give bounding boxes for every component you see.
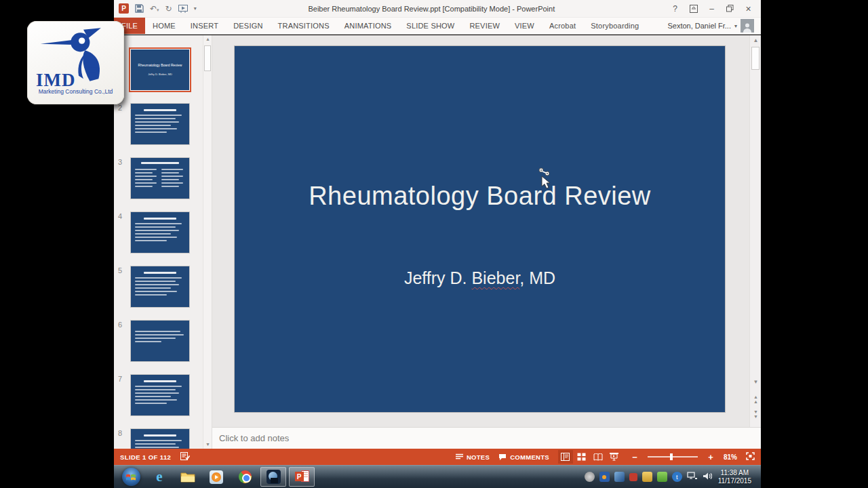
- windows-logo-icon: [126, 473, 136, 481]
- slide-thumbnail[interactable]: 7: [118, 374, 212, 416]
- redo-icon[interactable]: ↻: [165, 5, 172, 13]
- minimize-icon[interactable]: –: [703, 2, 720, 15]
- ribbon-tab[interactable]: SLIDE SHOW: [399, 18, 462, 34]
- slide-thumbnail[interactable]: 5: [118, 266, 212, 308]
- tray-alert-icon[interactable]: [629, 473, 637, 481]
- ribbon-tab[interactable]: Acrobat: [542, 18, 583, 34]
- ribbon-tab[interactable]: Storyboarding: [583, 18, 646, 34]
- slide-thumbnail-preview[interactable]: [130, 157, 190, 199]
- zoom-level[interactable]: 81%: [724, 453, 737, 461]
- clock-time: 11:38 AM: [721, 469, 749, 476]
- tray-update-icon[interactable]: [599, 472, 610, 482]
- next-slide-icon[interactable]: ▼▼: [750, 409, 762, 419]
- slide-thumbnail[interactable]: 3: [118, 157, 212, 199]
- notes-pane[interactable]: Click to add notes: [212, 427, 761, 449]
- tray-green-app-icon[interactable]: [657, 472, 667, 482]
- chevron-down-icon: ▾: [734, 23, 737, 29]
- ribbon-tab[interactable]: ANIMATIONS: [337, 18, 399, 34]
- window-title: Beiber Rheumatology Board Review.ppt [Co…: [197, 5, 667, 13]
- current-slide[interactable]: Rheumatology Board Review Jeffry D. Bieb…: [235, 46, 725, 412]
- scroll-up-icon[interactable]: ▲: [750, 37, 762, 43]
- slide-thumbnail[interactable]: 4: [118, 211, 212, 253]
- slide-thumbnail-preview[interactable]: [130, 428, 190, 449]
- start-slideshow-icon[interactable]: [178, 5, 188, 13]
- ribbon-tab[interactable]: TRANSITIONS: [271, 18, 337, 34]
- slide-sorter-view-button[interactable]: [574, 450, 589, 464]
- zoom-out-button[interactable]: −: [631, 452, 639, 462]
- slide-editing-area[interactable]: Rheumatology Board Review Jeffry D. Bieb…: [212, 35, 761, 427]
- slide-number: 2: [118, 103, 130, 145]
- volume-icon[interactable]: [703, 471, 712, 483]
- clock-date: 11/17/2015: [718, 477, 751, 485]
- slide-thumbnail[interactable]: 1 Rheumatology Board Review Jeffry D. Bi…: [118, 49, 212, 91]
- tray-recorder-icon[interactable]: [585, 472, 595, 482]
- tray-photo-icon[interactable]: [614, 472, 625, 482]
- slide-thumbnail-preview[interactable]: [130, 211, 190, 253]
- slide-thumbnail-preview[interactable]: [130, 374, 190, 416]
- close-icon[interactable]: ×: [740, 2, 757, 15]
- slide-thumbnail-preview[interactable]: [130, 320, 190, 362]
- slide-thumbnail[interactable]: 8: [118, 428, 212, 449]
- ribbon-tab[interactable]: DESIGN: [226, 18, 270, 34]
- save-icon[interactable]: [135, 4, 144, 13]
- slide-indicator: SLIDE 1 OF 112: [120, 453, 171, 461]
- powerpoint-taskbar-icon[interactable]: P: [289, 467, 315, 487]
- slide-number: 3: [118, 157, 130, 199]
- help-icon[interactable]: ?: [667, 2, 684, 15]
- screen-recorder-app-icon[interactable]: [260, 467, 286, 487]
- ribbon-tab[interactable]: VIEW: [507, 18, 542, 34]
- powerpoint-app-icon: P: [119, 3, 129, 14]
- file-explorer-icon[interactable]: [175, 467, 201, 487]
- slide-thumbnail-preview[interactable]: [130, 103, 190, 145]
- ribbon-tab-row: FILE HOME INSERT DESIGN TRANSITIONS: [114, 18, 761, 35]
- ribbon-display-options-icon[interactable]: [685, 2, 702, 15]
- slide-thumbnail-preview[interactable]: [130, 266, 190, 308]
- undo-icon[interactable]: ↶▾: [150, 5, 159, 13]
- reading-view-button[interactable]: [591, 450, 606, 464]
- network-icon[interactable]: [687, 471, 698, 483]
- scroll-down-icon[interactable]: ▼: [750, 379, 762, 385]
- comments-icon: [498, 453, 507, 461]
- zoom-slider-thumb[interactable]: [670, 453, 673, 460]
- account-chip[interactable]: Sexton, Daniel Fr... ▾: [667, 18, 761, 34]
- notes-toggle[interactable]: NOTES: [456, 453, 490, 461]
- start-button[interactable]: [118, 467, 144, 487]
- status-bar: SLIDE 1 OF 112 NOTES COMMENTS: [114, 449, 761, 465]
- slide-title-text[interactable]: Rheumatology Board Review: [235, 182, 725, 211]
- slide-thumbnail-preview[interactable]: Rheumatology Board Review Jeffry D. Bieb…: [130, 49, 190, 91]
- notes-icon: [456, 453, 463, 460]
- zoom-in-button[interactable]: +: [707, 452, 715, 462]
- slide-thumbnail[interactable]: 6: [118, 320, 212, 362]
- chrome-icon[interactable]: [232, 467, 258, 487]
- imd-logo-watermark: IMD Marketing Consulting Co.,Ltd: [27, 21, 124, 104]
- tray-teamviewer-icon[interactable]: t: [672, 472, 682, 482]
- scrollbar-thumb[interactable]: [751, 47, 760, 70]
- slide-thumbnail[interactable]: 2: [118, 103, 212, 145]
- scroll-down-icon[interactable]: ▼: [203, 442, 212, 447]
- quick-access-toolbar: P ↶▾ ↻ ▾: [114, 3, 197, 14]
- notes-placeholder: Click to add notes: [219, 433, 289, 443]
- media-player-icon[interactable]: [203, 467, 229, 487]
- tray-home-icon[interactable]: [642, 472, 652, 482]
- comments-toggle[interactable]: COMMENTS: [498, 453, 549, 461]
- zoom-slider[interactable]: [648, 456, 698, 458]
- restore-icon[interactable]: [722, 2, 738, 15]
- slide-subtitle-text[interactable]: Jeffry D. Bieber, MD: [235, 268, 725, 288]
- previous-slide-icon[interactable]: ▲▲: [750, 394, 762, 404]
- scroll-up-icon[interactable]: ▲: [203, 37, 212, 41]
- taskbar-clock[interactable]: 11:38 AM 11/17/2015: [717, 469, 755, 485]
- fit-slide-to-window-icon[interactable]: [746, 452, 755, 462]
- ribbon-tab[interactable]: HOME: [145, 18, 183, 34]
- spell-check-icon[interactable]: [180, 452, 190, 462]
- normal-view-button[interactable]: [558, 450, 573, 464]
- thumbnail-scrollbar[interactable]: ▲ ▼: [203, 35, 212, 449]
- ribbon-tab[interactable]: REVIEW: [462, 18, 507, 34]
- internet-explorer-icon[interactable]: e: [146, 467, 172, 487]
- slide-scrollbar[interactable]: ▲ ▼ ▲▲ ▼▼: [749, 35, 761, 427]
- logo-tagline: Marketing Consulting Co.,Ltd: [27, 88, 124, 95]
- window-controls: ? – ×: [667, 2, 761, 15]
- slideshow-view-button[interactable]: [607, 450, 622, 464]
- scrollbar-thumb[interactable]: [204, 45, 211, 71]
- avatar[interactable]: [741, 19, 754, 33]
- ribbon-tab[interactable]: INSERT: [183, 18, 226, 34]
